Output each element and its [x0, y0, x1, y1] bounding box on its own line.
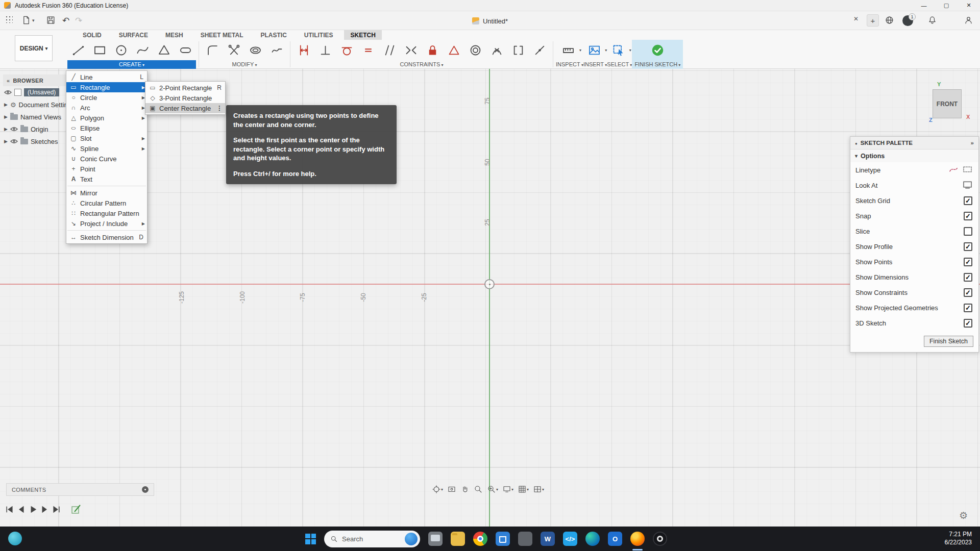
- palette-header[interactable]: SKETCH PALETTE: [850, 137, 978, 149]
- menu-item-sketch-dimension[interactable]: Sketch DimensionD: [66, 232, 147, 242]
- chevron-down-icon[interactable]: [542, 487, 544, 492]
- orbit-button[interactable]: [430, 483, 445, 495]
- collapse-palette-icon[interactable]: [971, 140, 974, 146]
- expand-arrow-icon[interactable]: [4, 114, 8, 119]
- collapse-browser-icon[interactable]: [7, 78, 10, 84]
- menu-item-circle[interactable]: Circle: [66, 92, 147, 103]
- step-back-button[interactable]: [17, 505, 26, 516]
- taskbar-app-outlook[interactable]: O: [608, 532, 622, 546]
- circle-tool-icon[interactable]: [110, 40, 132, 60]
- spline-tool-icon[interactable]: [132, 40, 153, 60]
- fix-lock-constraint-icon[interactable]: [422, 40, 443, 60]
- chevron-down-icon[interactable]: [629, 48, 631, 53]
- app-grid-button[interactable]: [5, 15, 13, 23]
- go-to-end-button[interactable]: [52, 505, 61, 516]
- midpoint-constraint-icon[interactable]: [507, 40, 529, 60]
- menu-item-ellipse[interactable]: Ellipse: [66, 123, 147, 133]
- comment-bubble-icon[interactable]: [142, 486, 149, 493]
- taskbar-app-file-explorer[interactable]: [451, 532, 465, 546]
- fit-button[interactable]: [485, 483, 500, 495]
- triangle-constraint-icon[interactable]: [443, 40, 464, 60]
- slice-checkbox[interactable]: [964, 227, 972, 236]
- menu-item-spline[interactable]: Spline: [66, 143, 147, 154]
- menu-item-text[interactable]: Text: [66, 174, 147, 184]
- menu-item-circular-pattern[interactable]: Circular Pattern: [66, 198, 147, 208]
- comments-bar[interactable]: COMMENTS: [6, 483, 154, 496]
- menu-item-arc[interactable]: Arc: [66, 103, 147, 113]
- origin-marker[interactable]: [484, 279, 495, 289]
- show-constraints-checkbox[interactable]: ✓: [964, 288, 972, 297]
- timeline-sketch-marker[interactable]: [71, 504, 82, 517]
- insert-group-label[interactable]: INSERT: [583, 60, 607, 69]
- measure-tool-icon[interactable]: [558, 40, 579, 60]
- offset-tool-icon[interactable]: [244, 40, 266, 60]
- job-status-button[interactable]: 1: [902, 15, 913, 26]
- display-settings-button[interactable]: [501, 483, 515, 495]
- show-points-checkbox[interactable]: ✓: [964, 258, 972, 266]
- tab-plastic[interactable]: PLASTIC: [254, 30, 292, 40]
- break-tool-icon[interactable]: [266, 40, 287, 60]
- tab-mesh[interactable]: MESH: [159, 30, 189, 40]
- save-button[interactable]: [46, 15, 56, 25]
- select-group-label[interactable]: SELECT: [607, 60, 632, 69]
- chevron-down-icon[interactable]: [496, 487, 498, 492]
- menu-item-project-include[interactable]: Project / Include: [66, 218, 147, 229]
- new-tab-button[interactable]: +: [867, 14, 879, 27]
- submenu-item-center-rectangle[interactable]: Center Rectangle: [145, 103, 225, 113]
- line-tool-icon[interactable]: [67, 40, 89, 60]
- file-menu-button[interactable]: [21, 15, 35, 25]
- show-projected-geometries-checkbox[interactable]: ✓: [964, 304, 972, 312]
- pan-button[interactable]: [459, 483, 471, 495]
- go-to-start-button[interactable]: [5, 505, 14, 516]
- taskbar-app-edge[interactable]: [585, 532, 600, 546]
- menu-item-point[interactable]: Point: [66, 164, 147, 174]
- undo-button[interactable]: ↶: [62, 15, 69, 26]
- show-profile-checkbox[interactable]: ✓: [964, 242, 972, 251]
- close-document-button[interactable]: [853, 15, 859, 22]
- workspace-selector[interactable]: DESIGN: [15, 35, 53, 61]
- expand-arrow-icon[interactable]: [4, 139, 8, 144]
- 3d-sketch-checkbox[interactable]: ✓: [964, 319, 972, 328]
- maximize-button[interactable]: [935, 0, 958, 11]
- preferences-gear-icon[interactable]: [959, 510, 968, 521]
- visibility-eye-icon[interactable]: [10, 126, 18, 133]
- menu-item-slot[interactable]: Slot: [66, 133, 147, 143]
- menu-item-line[interactable]: LineL: [66, 72, 147, 82]
- submenu-item-3-point-rectangle[interactable]: 3-Point Rectangle: [145, 93, 225, 103]
- taskbar-app-office[interactable]: [518, 532, 532, 546]
- construction-line-icon[interactable]: [949, 165, 959, 175]
- finish-sketch-icon[interactable]: [647, 40, 668, 60]
- menu-item-polygon[interactable]: Polygon: [66, 113, 147, 123]
- tab-solid[interactable]: SOLID: [77, 30, 108, 40]
- zoom-button[interactable]: [472, 483, 484, 495]
- play-button[interactable]: [29, 505, 37, 516]
- taskbar-app-word[interactable]: W: [541, 532, 555, 546]
- notifications-button[interactable]: [927, 15, 937, 25]
- viewcube[interactable]: FRONT: [933, 89, 962, 118]
- close-button[interactable]: [958, 0, 980, 11]
- constraints-group-label[interactable]: CONSTRAINTS: [293, 60, 550, 69]
- curvature-constraint-icon[interactable]: [486, 40, 507, 60]
- menu-item-conic-curve[interactable]: Conic Curve: [66, 154, 147, 164]
- menu-item-mirror[interactable]: Mirror: [66, 188, 147, 198]
- finish-sketch-button[interactable]: Finish Sketch: [924, 336, 973, 347]
- coincident-constraint-icon[interactable]: [529, 40, 550, 60]
- finish-sketch-group-label[interactable]: FINISH SKETCH: [634, 60, 680, 69]
- taskbar-app-opera[interactable]: [653, 532, 667, 546]
- taskbar-app-chrome[interactable]: [473, 532, 487, 546]
- redo-button[interactable]: ↷: [75, 15, 82, 26]
- submenu-item-2-point-rectangle[interactable]: 2-Point RectangleR: [145, 83, 225, 93]
- expand-arrow-icon[interactable]: [4, 102, 8, 107]
- centerline-icon[interactable]: [963, 165, 972, 175]
- sketch-grid-checkbox[interactable]: ✓: [964, 196, 972, 205]
- create-group-label[interactable]: CREATE: [67, 60, 196, 69]
- inspect-group-label[interactable]: INSPECT: [556, 60, 583, 69]
- symmetry-constraint-icon[interactable]: [400, 40, 422, 60]
- taskbar-app-desktop[interactable]: [428, 532, 443, 546]
- palette-options-section[interactable]: Options: [850, 149, 978, 162]
- trim-tool-icon[interactable]: [223, 40, 244, 60]
- fillet-tool-icon[interactable]: [202, 40, 223, 60]
- insert-image-icon[interactable]: [583, 40, 605, 60]
- modify-group-label[interactable]: MODIFY: [202, 60, 287, 69]
- user-account-button[interactable]: [964, 15, 973, 25]
